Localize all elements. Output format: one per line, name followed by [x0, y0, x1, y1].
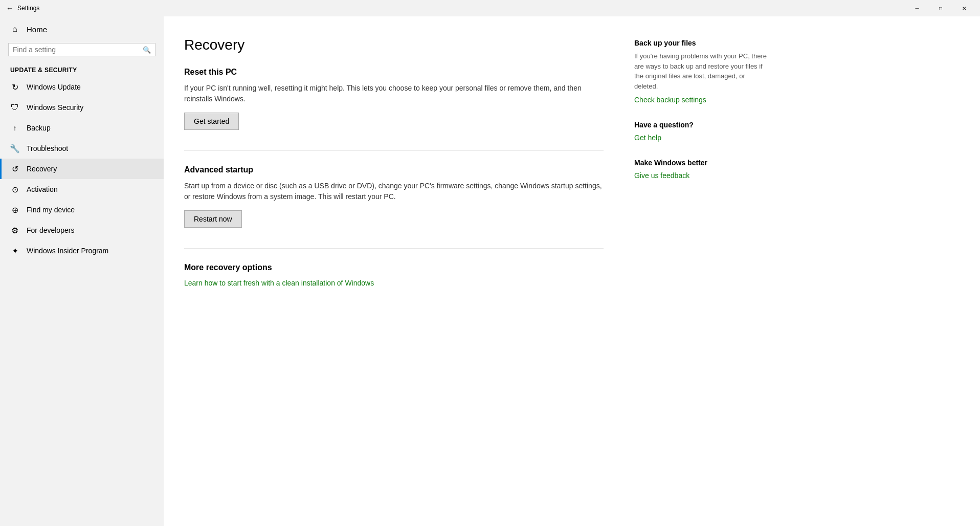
- troubleshoot-icon: 🔧: [10, 144, 19, 153]
- more-recovery-title: More recovery options: [184, 263, 604, 272]
- search-input[interactable]: [13, 46, 143, 54]
- windows-update-icon: ↻: [10, 82, 19, 92]
- title-bar-controls: ─ □ ✕: [905, 0, 976, 16]
- advanced-startup-desc: Start up from a device or disc (such as …: [184, 181, 604, 202]
- activation-icon: ⊙: [10, 185, 19, 194]
- sidebar-item-label: Troubleshoot: [27, 144, 68, 152]
- sidebar-item-find-my-device[interactable]: ⊕ Find my device: [0, 200, 164, 220]
- sidebar-item-windows-insider[interactable]: ✦ Windows Insider Program: [0, 240, 164, 261]
- right-panel: Back up your files If you're having prob…: [634, 37, 767, 506]
- backup-right-desc: If you're having problems with your PC, …: [634, 51, 767, 91]
- get-help-link[interactable]: Get help: [634, 134, 661, 142]
- reset-section: Reset this PC If your PC isn't running w…: [184, 68, 604, 146]
- sidebar-item-recovery[interactable]: ↺ Recovery: [0, 159, 164, 179]
- search-icon: 🔍: [143, 46, 151, 54]
- question-right-section: Have a question? Get help: [634, 121, 767, 142]
- check-backup-link[interactable]: Check backup settings: [634, 96, 706, 104]
- sidebar-item-activation[interactable]: ⊙ Activation: [0, 179, 164, 200]
- for-developers-icon: ⚙: [10, 226, 19, 235]
- sidebar-home-label: Home: [27, 25, 47, 34]
- title-bar-title: Settings: [17, 5, 39, 12]
- divider-1: [184, 150, 604, 151]
- sidebar-item-label: Windows Insider Program: [27, 247, 108, 255]
- maximize-button[interactable]: □: [929, 0, 952, 16]
- main-content: Recovery Reset this PC If your PC isn't …: [164, 16, 980, 526]
- sidebar-item-label: Windows Update: [27, 83, 81, 91]
- get-started-button[interactable]: Get started: [184, 113, 239, 130]
- backup-right-section: Back up your files If you're having prob…: [634, 39, 767, 104]
- question-right-title: Have a question?: [634, 121, 767, 129]
- restart-now-button[interactable]: Restart now: [184, 210, 242, 228]
- sidebar-item-label: Windows Security: [27, 103, 83, 112]
- feedback-right-section: Make Windows better Give us feedback: [634, 159, 767, 180]
- sidebar: ⌂ Home 🔍 Update & Security ↻ Windows Upd…: [0, 16, 164, 526]
- backup-icon: ↑: [10, 123, 19, 133]
- sidebar-item-for-developers[interactable]: ⚙ For developers: [0, 220, 164, 240]
- reset-desc: If your PC isn't running well, resetting…: [184, 83, 604, 104]
- more-recovery-section: More recovery options Learn how to start…: [184, 263, 604, 288]
- home-icon: ⌂: [10, 25, 19, 34]
- close-button[interactable]: ✕: [952, 0, 976, 16]
- sidebar-item-label: Activation: [27, 185, 58, 193]
- sidebar-section-label: Update & Security: [0, 62, 164, 77]
- windows-security-icon: 🛡: [10, 103, 19, 112]
- backup-right-title: Back up your files: [634, 39, 767, 47]
- title-bar: ← Settings ─ □ ✕: [0, 0, 980, 16]
- sidebar-item-backup[interactable]: ↑ Backup: [0, 118, 164, 138]
- windows-insider-icon: ✦: [10, 246, 19, 255]
- back-icon[interactable]: ←: [6, 4, 13, 12]
- sidebar-home-button[interactable]: ⌂ Home: [0, 18, 164, 40]
- feedback-right-title: Make Windows better: [634, 159, 767, 167]
- content-area: Recovery Reset this PC If your PC isn't …: [184, 37, 604, 506]
- sidebar-item-windows-security[interactable]: 🛡 Windows Security: [0, 97, 164, 118]
- sidebar-item-label: Recovery: [27, 165, 57, 173]
- give-feedback-link[interactable]: Give us feedback: [634, 171, 689, 180]
- recovery-icon: ↺: [10, 164, 19, 173]
- advanced-startup-section: Advanced startup Start up from a device …: [184, 165, 604, 244]
- sidebar-item-troubleshoot[interactable]: 🔧 Troubleshoot: [0, 138, 164, 159]
- clean-install-link[interactable]: Learn how to start fresh with a clean in…: [184, 279, 374, 287]
- title-bar-left: ← Settings: [6, 4, 39, 12]
- sidebar-item-label: Backup: [27, 124, 51, 132]
- search-box[interactable]: 🔍: [8, 43, 155, 56]
- advanced-startup-title: Advanced startup: [184, 165, 604, 174]
- find-my-device-icon: ⊕: [10, 205, 19, 214]
- app-body: ⌂ Home 🔍 Update & Security ↻ Windows Upd…: [0, 16, 980, 526]
- page-title: Recovery: [184, 37, 604, 53]
- divider-2: [184, 248, 604, 249]
- minimize-button[interactable]: ─: [905, 0, 929, 16]
- sidebar-item-windows-update[interactable]: ↻ Windows Update: [0, 77, 164, 97]
- sidebar-item-label: For developers: [27, 226, 74, 234]
- reset-title: Reset this PC: [184, 68, 604, 77]
- sidebar-item-label: Find my device: [27, 206, 75, 214]
